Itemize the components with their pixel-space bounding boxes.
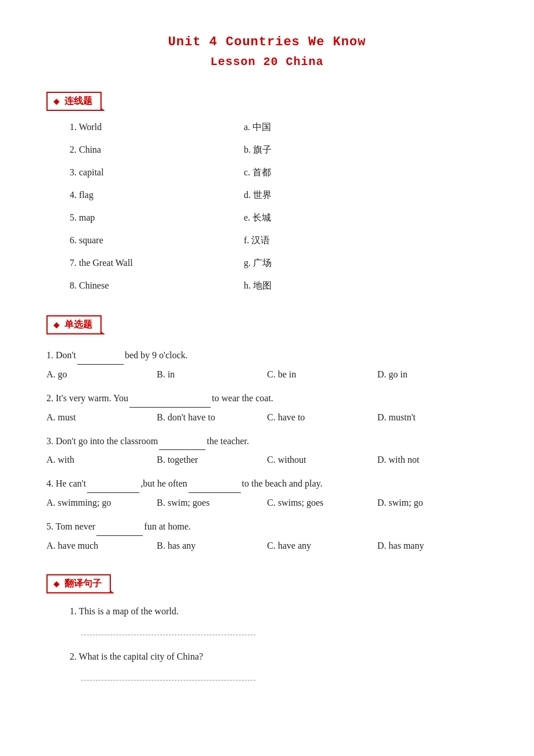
section2-label-text: 单选题 (64, 319, 92, 331)
mcq-option[interactable]: D. swim; go (377, 498, 488, 508)
matching-left-item: 8. Chinese (70, 280, 197, 291)
matching-right-item: h. 地图 (244, 280, 272, 292)
mcq-option[interactable]: C. have to (267, 412, 377, 423)
matching-left-item: 5. map (70, 213, 197, 223)
mcq-q-text-after: to the beach and play. (242, 478, 323, 488)
sub-title: Lesson 20 China (46, 55, 488, 69)
mcq-option[interactable]: A. go (46, 369, 157, 380)
main-title: Unit 4 Countries We Know (46, 35, 488, 49)
section2-label: ◆ 单选题 (46, 315, 102, 334)
mcq-q-text: 1. Don't (46, 350, 76, 360)
mcq-options: A. swimming; goB. swim; goesC. swims; go… (46, 498, 488, 508)
mcq-option[interactable]: D. with not (377, 455, 488, 465)
matching-left-item: 1. World (70, 122, 197, 132)
matching-left-item: 7. the Great Wall (70, 258, 197, 268)
matching-left-item: 3. capital (70, 167, 197, 178)
mcq-option[interactable]: A. swimming; go (46, 498, 157, 508)
translation-item: 1. This is a map of the world. (70, 606, 488, 635)
mcq-option[interactable]: B. in (157, 369, 267, 380)
section3-label: ◆ 翻译句子 (46, 574, 111, 593)
section1-label: ◆ 连线题 (46, 92, 102, 111)
matching-right-item: f. 汉语 (244, 235, 270, 247)
section1-label-text: 连线题 (64, 95, 92, 107)
matching-left-item: 2. China (70, 145, 197, 155)
matching-row: 4. flagd. 世界 (70, 189, 488, 201)
matching-row: 8. Chineseh. 地图 (70, 280, 488, 292)
mcq-q-text-after: bed by 9 o'clock. (125, 350, 188, 360)
mcq-options: A. mustB. don't have toC. have toD. must… (46, 412, 488, 423)
mcq-option[interactable]: A. have much (46, 541, 157, 551)
mcq-q-text: 2. It's very warm. You (46, 393, 128, 403)
matching-row: 5. mape. 长城 (70, 212, 488, 224)
translation-answer-line[interactable] (81, 669, 255, 681)
matching-row: 3. capitalc. 首都 (70, 167, 488, 179)
mcq-q-text: 4. He can't (46, 478, 86, 488)
mcq-blank[interactable] (77, 347, 124, 365)
mcq-option[interactable]: C. swims; goes (267, 498, 377, 508)
mcq-option[interactable]: C. have any (267, 541, 377, 551)
mcq-option[interactable]: A. with (46, 455, 157, 465)
mcq-blank[interactable] (129, 390, 211, 408)
page-title-block: Unit 4 Countries We Know Lesson 20 China (46, 35, 488, 69)
mcq-section: 1. Don't bed by 9 o'clock.A. goB. inC. b… (46, 347, 488, 551)
mcq-option[interactable]: C. without (267, 455, 377, 465)
mcq-question: 3. Don't go into the classroom the teach… (46, 433, 488, 451)
section3-label-text: 翻译句子 (64, 578, 102, 590)
translation-section: 1. This is a map of the world.2. What is… (46, 606, 488, 681)
mcq-blank[interactable] (159, 433, 205, 451)
mcq-option[interactable]: C. be in (267, 369, 377, 380)
mcq-option[interactable]: B. has any (157, 541, 267, 551)
mcq-question: 5. Tom never fun at home. (46, 519, 488, 536)
mcq-option[interactable]: B. don't have to (157, 412, 267, 423)
matching-right-item: a. 中国 (244, 121, 271, 134)
matching-left-item: 6. square (70, 235, 197, 246)
mcq-options: A. goB. inC. be inD. go in (46, 369, 488, 380)
mcq-q-text-after: fun at home. (144, 521, 190, 531)
mcq-q-text: 5. Tom never (46, 521, 95, 531)
mcq-option[interactable]: D. mustn't (377, 412, 488, 423)
matching-right-item: g. 广场 (244, 257, 272, 269)
mcq-q-text: 3. Don't go into the classroom (46, 436, 158, 446)
mcq-q-text-mid: ,but he often (140, 478, 187, 488)
matching-row: 6. squaref. 汉语 (70, 235, 488, 247)
matching-left-item: 4. flag (70, 190, 197, 200)
mcq-option[interactable]: A. must (46, 412, 157, 423)
mcq-question: 1. Don't bed by 9 o'clock. (46, 347, 488, 365)
matching-row: 1. Worlda. 中国 (70, 121, 488, 134)
mcq-options: A. have muchB. has anyC. have anyD. has … (46, 541, 488, 551)
mcq-option[interactable]: D. go in (377, 369, 488, 380)
matching-right-item: e. 长城 (244, 212, 271, 224)
mcq-option[interactable]: D. has many (377, 541, 488, 551)
mcq-options: A. withB. togetherC. withoutD. with not (46, 455, 488, 465)
mcq-blank[interactable] (87, 476, 139, 493)
mcq-question: 2. It's very warm. You to wear the coat. (46, 390, 488, 408)
matching-right-item: b. 旗子 (244, 144, 272, 156)
mcq-q-text-after: to wear the coat. (212, 393, 273, 403)
mcq-blank[interactable] (96, 519, 143, 536)
mcq-option[interactable]: B. swim; goes (157, 498, 267, 508)
translation-question: 1. This is a map of the world. (70, 606, 488, 617)
translation-item: 2. What is the capital city of China? (70, 651, 488, 681)
matching-section: 1. Worlda. 中国2. Chinab. 旗子3. capitalc. 首… (70, 121, 488, 292)
mcq-question: 4. He can't ,but he often to the beach a… (46, 476, 488, 493)
diamond-icon1: ◆ (53, 96, 60, 106)
translation-answer-line[interactable] (81, 624, 255, 635)
diamond-icon3: ◆ (53, 579, 60, 589)
matching-row: 7. the Great Wallg. 广场 (70, 257, 488, 269)
translation-question: 2. What is the capital city of China? (70, 651, 488, 662)
mcq-option[interactable]: B. together (157, 455, 267, 465)
mcq-q-text-after: the teacher. (207, 436, 249, 446)
matching-right-item: c. 首都 (244, 167, 271, 179)
diamond-icon2: ◆ (53, 320, 60, 330)
mcq-blank2[interactable] (189, 476, 241, 493)
matching-right-item: d. 世界 (244, 189, 272, 201)
matching-row: 2. Chinab. 旗子 (70, 144, 488, 156)
